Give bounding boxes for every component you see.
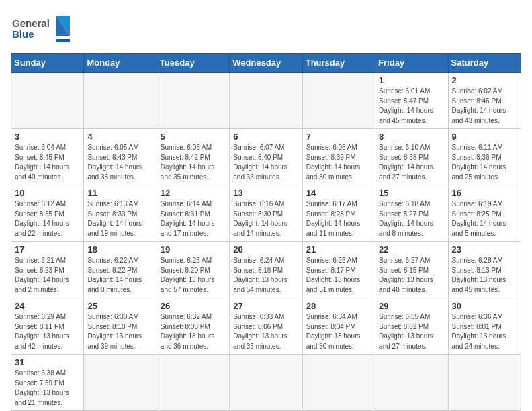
day-info: Sunrise: 6:22 AM Sunset: 8:22 PM Dayligh… <box>87 256 152 295</box>
day-info: Sunrise: 6:21 AM Sunset: 8:23 PM Dayligh… <box>15 256 80 295</box>
svg-text:Blue: Blue <box>12 28 34 40</box>
day-info: Sunrise: 6:36 AM Sunset: 8:01 PM Dayligh… <box>452 312 517 351</box>
day-number: 6 <box>233 132 298 142</box>
day-number: 20 <box>233 244 298 255</box>
day-number: 11 <box>87 188 152 198</box>
weekday-header-row: SundayMondayTuesdayWednesdayThursdayFrid… <box>11 54 521 73</box>
day-number: 17 <box>15 244 80 255</box>
day-info: Sunrise: 6:02 AM Sunset: 8:46 PM Dayligh… <box>452 87 517 126</box>
day-number: 8 <box>379 132 444 142</box>
weekday-header-friday: Friday <box>375 54 448 73</box>
weekday-header-wednesday: Wednesday <box>230 54 302 73</box>
calendar-cell: 23Sunrise: 6:28 AM Sunset: 8:13 PM Dayli… <box>448 242 521 298</box>
page-header: General Blue <box>11 11 521 48</box>
calendar-week-row: 24Sunrise: 6:29 AM Sunset: 8:11 PM Dayli… <box>11 298 521 355</box>
day-info: Sunrise: 6:05 AM Sunset: 8:43 PM Dayligh… <box>87 143 152 182</box>
calendar-cell: 24Sunrise: 6:29 AM Sunset: 8:11 PM Dayli… <box>11 298 84 355</box>
day-info: Sunrise: 6:38 AM Sunset: 7:59 PM Dayligh… <box>15 369 80 408</box>
logo-svg: General Blue <box>11 11 71 48</box>
calendar-cell: 18Sunrise: 6:22 AM Sunset: 8:22 PM Dayli… <box>84 242 157 298</box>
calendar-cell: 5Sunrise: 6:06 AM Sunset: 8:42 PM Daylig… <box>157 129 229 185</box>
weekday-header-tuesday: Tuesday <box>157 54 229 73</box>
weekday-header-sunday: Sunday <box>11 54 84 73</box>
calendar-cell <box>84 355 157 411</box>
calendar-cell <box>375 355 448 411</box>
calendar-cell: 12Sunrise: 6:14 AM Sunset: 8:31 PM Dayli… <box>157 185 229 242</box>
calendar-cell: 15Sunrise: 6:18 AM Sunset: 8:27 PM Dayli… <box>375 185 448 242</box>
calendar-cell: 27Sunrise: 6:33 AM Sunset: 8:06 PM Dayli… <box>230 298 302 355</box>
weekday-header-thursday: Thursday <box>302 54 375 73</box>
day-number: 15 <box>379 188 444 198</box>
calendar-cell: 19Sunrise: 6:23 AM Sunset: 8:20 PM Dayli… <box>157 242 229 298</box>
calendar-cell: 13Sunrise: 6:16 AM Sunset: 8:30 PM Dayli… <box>230 185 302 242</box>
day-info: Sunrise: 6:07 AM Sunset: 8:40 PM Dayligh… <box>233 143 298 182</box>
calendar-cell <box>11 73 84 129</box>
calendar-cell: 6Sunrise: 6:07 AM Sunset: 8:40 PM Daylig… <box>230 129 302 185</box>
day-info: Sunrise: 6:04 AM Sunset: 8:45 PM Dayligh… <box>15 143 80 182</box>
day-number: 1 <box>379 75 444 85</box>
calendar-cell: 10Sunrise: 6:12 AM Sunset: 8:35 PM Dayli… <box>11 185 84 242</box>
calendar-cell <box>84 73 157 129</box>
day-info: Sunrise: 6:11 AM Sunset: 8:36 PM Dayligh… <box>452 143 517 182</box>
logo: General Blue <box>11 11 71 48</box>
day-info: Sunrise: 6:29 AM Sunset: 8:11 PM Dayligh… <box>15 312 80 351</box>
day-number: 31 <box>15 357 80 367</box>
calendar-cell: 25Sunrise: 6:30 AM Sunset: 8:10 PM Dayli… <box>84 298 157 355</box>
calendar-week-row: 1Sunrise: 6:01 AM Sunset: 8:47 PM Daylig… <box>11 73 521 129</box>
day-number: 21 <box>306 244 371 255</box>
day-number: 27 <box>233 301 298 311</box>
calendar-cell: 28Sunrise: 6:34 AM Sunset: 8:04 PM Dayli… <box>302 298 375 355</box>
calendar-week-row: 17Sunrise: 6:21 AM Sunset: 8:23 PM Dayli… <box>11 242 521 298</box>
calendar-cell <box>448 355 521 411</box>
day-info: Sunrise: 6:33 AM Sunset: 8:06 PM Dayligh… <box>233 312 298 351</box>
calendar-cell: 17Sunrise: 6:21 AM Sunset: 8:23 PM Dayli… <box>11 242 84 298</box>
day-info: Sunrise: 6:16 AM Sunset: 8:30 PM Dayligh… <box>233 199 298 238</box>
calendar-cell: 29Sunrise: 6:35 AM Sunset: 8:02 PM Dayli… <box>375 298 448 355</box>
calendar-cell: 22Sunrise: 6:27 AM Sunset: 8:15 PM Dayli… <box>375 242 448 298</box>
day-number: 22 <box>379 244 444 255</box>
calendar-cell: 3Sunrise: 6:04 AM Sunset: 8:45 PM Daylig… <box>11 129 84 185</box>
calendar-week-row: 31Sunrise: 6:38 AM Sunset: 7:59 PM Dayli… <box>11 355 521 411</box>
day-info: Sunrise: 6:18 AM Sunset: 8:27 PM Dayligh… <box>379 199 444 238</box>
calendar-cell <box>230 73 302 129</box>
calendar-cell <box>302 355 375 411</box>
calendar-cell <box>302 73 375 129</box>
day-info: Sunrise: 6:25 AM Sunset: 8:17 PM Dayligh… <box>306 256 371 295</box>
day-info: Sunrise: 6:32 AM Sunset: 8:08 PM Dayligh… <box>161 312 226 351</box>
day-number: 26 <box>161 301 226 311</box>
svg-rect-4 <box>56 39 70 42</box>
day-number: 12 <box>161 188 226 198</box>
day-info: Sunrise: 6:34 AM Sunset: 8:04 PM Dayligh… <box>306 312 371 351</box>
day-info: Sunrise: 6:17 AM Sunset: 8:28 PM Dayligh… <box>306 199 371 238</box>
day-info: Sunrise: 6:14 AM Sunset: 8:31 PM Dayligh… <box>161 199 226 238</box>
calendar-cell: 9Sunrise: 6:11 AM Sunset: 8:36 PM Daylig… <box>448 129 521 185</box>
calendar-cell: 21Sunrise: 6:25 AM Sunset: 8:17 PM Dayli… <box>302 242 375 298</box>
svg-text:General: General <box>12 17 50 29</box>
day-number: 9 <box>452 132 517 142</box>
day-info: Sunrise: 6:08 AM Sunset: 8:39 PM Dayligh… <box>306 143 371 182</box>
day-number: 16 <box>452 188 517 198</box>
day-info: Sunrise: 6:35 AM Sunset: 8:02 PM Dayligh… <box>379 312 444 351</box>
day-info: Sunrise: 6:10 AM Sunset: 8:38 PM Dayligh… <box>379 143 444 182</box>
day-info: Sunrise: 6:24 AM Sunset: 8:18 PM Dayligh… <box>233 256 298 295</box>
day-number: 4 <box>87 132 152 142</box>
calendar-cell: 2Sunrise: 6:02 AM Sunset: 8:46 PM Daylig… <box>448 73 521 129</box>
day-info: Sunrise: 6:28 AM Sunset: 8:13 PM Dayligh… <box>452 256 517 295</box>
day-number: 29 <box>379 301 444 311</box>
weekday-header-saturday: Saturday <box>448 54 521 73</box>
day-number: 13 <box>233 188 298 198</box>
calendar-cell <box>157 73 229 129</box>
day-number: 18 <box>87 244 152 255</box>
calendar-cell: 8Sunrise: 6:10 AM Sunset: 8:38 PM Daylig… <box>375 129 448 185</box>
calendar-week-row: 3Sunrise: 6:04 AM Sunset: 8:45 PM Daylig… <box>11 129 521 185</box>
day-number: 19 <box>161 244 226 255</box>
calendar-cell: 14Sunrise: 6:17 AM Sunset: 8:28 PM Dayli… <box>302 185 375 242</box>
day-number: 30 <box>452 301 517 311</box>
calendar-cell: 20Sunrise: 6:24 AM Sunset: 8:18 PM Dayli… <box>230 242 302 298</box>
day-info: Sunrise: 6:19 AM Sunset: 8:25 PM Dayligh… <box>452 199 517 238</box>
calendar-cell: 26Sunrise: 6:32 AM Sunset: 8:08 PM Dayli… <box>157 298 229 355</box>
day-number: 28 <box>306 301 371 311</box>
weekday-header-monday: Monday <box>84 54 157 73</box>
day-info: Sunrise: 6:01 AM Sunset: 8:47 PM Dayligh… <box>379 87 444 126</box>
day-info: Sunrise: 6:23 AM Sunset: 8:20 PM Dayligh… <box>161 256 226 295</box>
